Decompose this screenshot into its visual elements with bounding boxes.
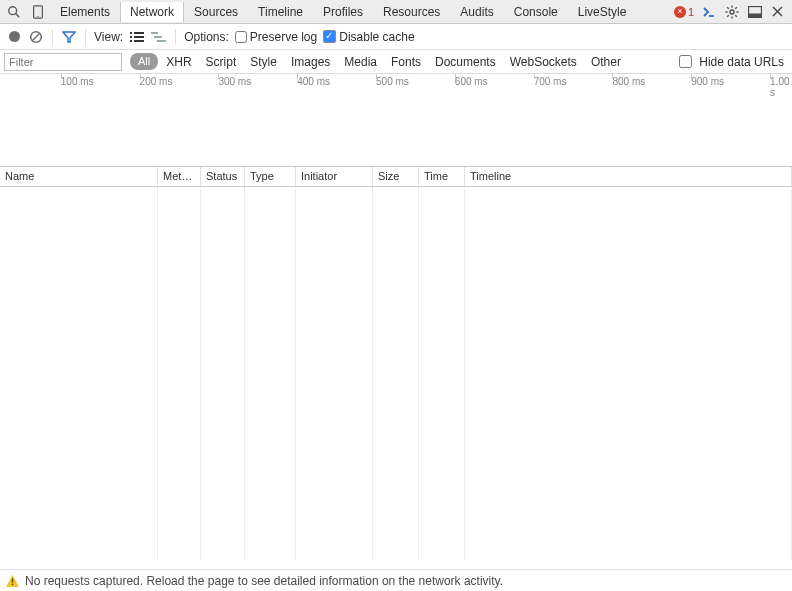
filter-type-images[interactable]: Images [291,55,330,69]
svg-rect-24 [130,36,132,38]
filter-type-fonts[interactable]: Fonts [391,55,421,69]
col-name-header[interactable]: Name [0,167,158,186]
svg-line-12 [735,7,737,9]
filter-type-other[interactable]: Other [591,55,621,69]
svg-rect-33 [12,583,13,584]
svg-rect-30 [157,40,166,42]
status-message: No requests captured. Reload the page to… [25,574,503,588]
col-method-header[interactable]: Meth… [158,167,201,186]
device-mode-icon[interactable] [29,3,47,21]
warning-icon [6,575,19,587]
view-label: View: [94,30,123,44]
disable-cache-checkbox[interactable]: Disable cache [323,30,414,44]
svg-rect-28 [151,32,158,34]
options-label: Options: [184,30,229,44]
svg-point-18 [9,31,20,42]
tabbar-left [2,3,50,21]
svg-rect-29 [154,36,162,38]
svg-rect-32 [12,578,13,582]
timeline-tick: 100 ms [61,76,94,87]
filter-types: XHRScriptStyleImagesMediaFontsDocumentsW… [166,55,621,69]
disable-cache-input[interactable] [323,30,336,43]
tab-audits[interactable]: Audits [450,2,503,22]
filter-type-websockets[interactable]: WebSockets [510,55,577,69]
error-count-badge[interactable]: × 1 [674,6,694,18]
timeline-tick: 400 ms [297,76,330,87]
filter-type-script[interactable]: Script [206,55,237,69]
requests-table-body [0,187,792,560]
error-dot-icon: × [674,6,686,18]
tab-network[interactable]: Network [120,2,184,22]
svg-rect-15 [748,13,761,17]
svg-line-10 [727,7,729,9]
svg-point-0 [9,6,17,14]
svg-rect-26 [130,40,132,42]
timeline-tick: 800 ms [612,76,645,87]
network-toolbar: View: Options: Preserve log Disable cach… [0,24,792,50]
close-icon[interactable] [769,3,786,20]
svg-rect-25 [134,36,144,38]
svg-line-20 [32,33,39,40]
timeline-tick: 700 ms [534,76,567,87]
preserve-log-checkbox[interactable]: Preserve log [235,30,317,44]
requests-table-header: Name Meth… Status Type Initiator Size Ti… [0,167,792,187]
disable-cache-label: Disable cache [339,30,414,44]
error-count: 1 [688,6,694,18]
gear-icon[interactable] [723,3,740,20]
tabbar-right-icons: × 1 [674,3,790,20]
console-prompt-icon[interactable] [700,3,717,20]
timeline-tick: 600 ms [455,76,488,87]
svg-rect-22 [130,32,132,34]
filter-funnel-icon[interactable] [61,29,77,45]
svg-rect-27 [134,40,144,42]
timeline-tick: 1.00 s [770,76,792,98]
devtools-tabbar: ElementsNetworkSourcesTimelineProfilesRe… [0,0,792,24]
timeline-tick: 900 ms [691,76,724,87]
filter-input[interactable] [4,53,122,71]
tab-profiles[interactable]: Profiles [313,2,373,22]
view-waterfall-icon[interactable] [151,29,167,45]
timeline-overview[interactable]: 100 ms200 ms300 ms400 ms500 ms600 ms700 … [0,74,792,167]
filter-type-xhr[interactable]: XHR [166,55,191,69]
tab-sources[interactable]: Sources [184,2,248,22]
col-size-header[interactable]: Size [373,167,419,186]
search-icon[interactable] [5,3,23,21]
tab-console[interactable]: Console [504,2,568,22]
filter-type-documents[interactable]: Documents [435,55,496,69]
col-type-header[interactable]: Type [245,167,296,186]
dock-side-icon[interactable] [746,3,763,20]
svg-line-11 [735,15,737,17]
col-initiator-header[interactable]: Initiator [296,167,373,186]
svg-line-13 [727,15,729,17]
timeline-tick: 200 ms [140,76,173,87]
col-time-header[interactable]: Time [419,167,465,186]
filter-type-all-pill[interactable]: All [130,53,158,70]
svg-marker-21 [63,32,75,42]
preserve-log-input[interactable] [235,31,247,43]
tab-elements[interactable]: Elements [50,2,120,22]
col-timeline-header[interactable]: Timeline [465,167,792,186]
clear-icon[interactable] [28,29,44,45]
record-icon[interactable] [6,29,22,45]
timeline-tick: 500 ms [376,76,409,87]
svg-point-3 [37,15,38,16]
status-bar: No requests captured. Reload the page to… [0,569,792,591]
hide-data-urls-input[interactable] [679,55,692,68]
filter-type-style[interactable]: Style [250,55,277,69]
tab-livestyle[interactable]: LiveStyle [568,2,637,22]
svg-line-1 [16,13,20,17]
svg-rect-23 [134,32,144,34]
preserve-log-label: Preserve log [250,30,317,44]
tabs-host: ElementsNetworkSourcesTimelineProfilesRe… [50,2,636,22]
timeline-tick: 300 ms [218,76,251,87]
filter-type-media[interactable]: Media [344,55,377,69]
tab-resources[interactable]: Resources [373,2,450,22]
tab-timeline[interactable]: Timeline [248,2,313,22]
view-list-icon[interactable] [129,29,145,45]
filter-bar: All XHRScriptStyleImagesMediaFontsDocume… [0,50,792,74]
hide-data-urls-checkbox[interactable]: Hide data URLs [675,52,788,71]
svg-point-5 [729,9,733,13]
hide-data-urls-label: Hide data URLs [699,55,784,69]
col-status-header[interactable]: Status [201,167,245,186]
